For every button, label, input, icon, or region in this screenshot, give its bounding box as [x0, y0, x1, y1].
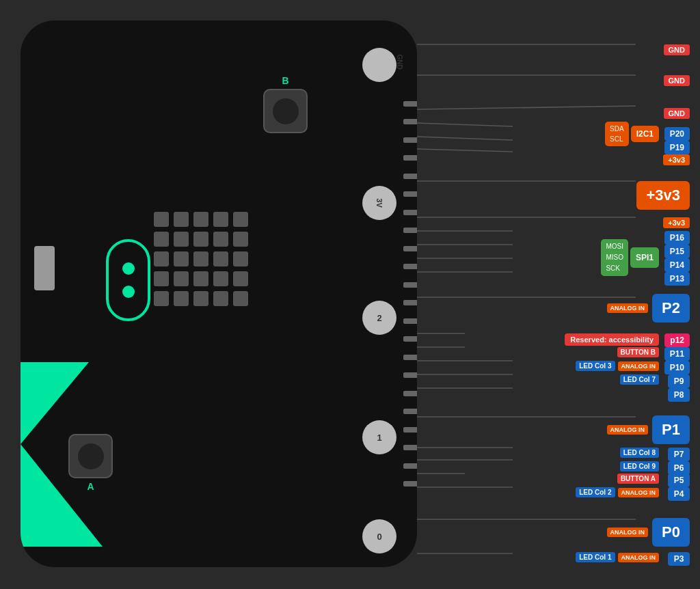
pin-row-p8: P8 — [668, 388, 690, 402]
pin-row-p9: P9 — [668, 374, 690, 388]
pin-row-p6: P6 — [668, 461, 690, 475]
i2c-group-box: SDA SCL I2C1 — [605, 122, 659, 146]
p3-badge: P3 — [668, 552, 690, 566]
p4-badge: P4 — [668, 487, 690, 501]
led-matrix — [154, 212, 248, 306]
p16-badge: P16 — [664, 231, 690, 245]
i2c1-badge: I2C1 — [631, 126, 659, 142]
button-a-badge: BUTTON A — [617, 474, 659, 484]
sda-label: SDA — [610, 124, 624, 134]
button-a-area: A — [68, 434, 113, 492]
right-labels: GND GND GND SDA SCL I2C1 P20 P19 +3v3 — [430, 20, 690, 567]
analog-in-p3: ANALOG IN — [618, 553, 660, 562]
pin-row-gnd3: GND — [664, 108, 690, 119]
pin-row-p4: P4 — [668, 487, 690, 501]
3v3-2-badge: +3v3 — [663, 217, 690, 228]
p20-badge: P20 — [664, 127, 690, 141]
3v3-1-badge: +3v3 — [663, 154, 690, 165]
p6-badge: P6 — [668, 461, 690, 475]
pin-row-gnd1: GND — [664, 44, 690, 55]
gnd3-badge: GND — [664, 108, 690, 119]
pin-row-p14: P14 — [664, 258, 690, 272]
p11-badge: P11 — [664, 347, 690, 361]
analog-in-p0: ANALOG IN — [607, 528, 649, 537]
connector-teeth — [403, 89, 417, 499]
analog-in-p10: ANALOG IN — [618, 361, 660, 371]
3v3-large-badge: +3v3 — [636, 181, 690, 210]
p15-badge: P15 — [664, 245, 690, 258]
pin-row-p3: P3 — [668, 552, 690, 566]
analog-in-p1: ANALOG IN — [607, 425, 649, 435]
pin-row-p7: P7 — [668, 448, 690, 461]
gnd1-badge: GND — [664, 44, 690, 55]
pin-row-p19: P19 — [664, 141, 690, 154]
pin-row-p0: ANALOG IN P0 — [607, 518, 690, 547]
spi-group-box: MOSI MISO SCK SPI1 — [601, 239, 659, 276]
pin-row-p12: p12 — [664, 333, 690, 347]
usb-connector — [34, 246, 55, 290]
pin-row-p5: P5 — [668, 474, 690, 487]
speaker-dot-1 — [122, 262, 135, 275]
pin-row-3v3-1: +3v3 — [663, 154, 690, 165]
button-b-area: B — [263, 75, 308, 133]
led-col2-badge: LED Col 2 — [576, 487, 615, 497]
pin-row-p10: P10 — [664, 361, 690, 374]
mosi-label: MOSI — [606, 241, 623, 252]
pin-row-p11: P11 — [664, 347, 690, 361]
led-col8-row: LED Col 8 — [620, 448, 659, 458]
pin-row-p20: P20 — [664, 127, 690, 141]
pin-row-p13: P13 — [664, 272, 690, 286]
p14-badge: P14 — [664, 258, 690, 272]
p19-badge: P19 — [664, 141, 690, 154]
analog-in-p4: ANALOG IN — [618, 488, 660, 497]
pin-row-p2: ANALOG IN P2 — [607, 294, 690, 323]
p7-badge: P7 — [668, 448, 690, 461]
pin-row-gnd2: GND — [664, 75, 690, 86]
p0-badge: P0 — [652, 518, 690, 547]
p5-badge: P5 — [668, 474, 690, 487]
sck-label: SCK — [606, 263, 623, 274]
pad-gnd-top — [362, 48, 396, 82]
scl-label: SCL — [610, 134, 624, 144]
button-b-label: B — [263, 75, 308, 86]
button-b-badge: BUTTON B — [617, 347, 659, 357]
pad-2: 2 — [362, 301, 396, 335]
led-col3-badge: LED Col 3 — [576, 361, 615, 371]
led-col9-row: LED Col 9 — [620, 461, 659, 471]
pin-row-p1: ANALOG IN P1 — [607, 415, 690, 444]
spi-badge: MOSI MISO SCK — [601, 239, 628, 276]
reserved-badge: Reserved: accessibility — [565, 333, 659, 346]
led-col1-row: LED Col 1 ANALOG IN — [576, 552, 659, 562]
miso-label: MISO — [606, 252, 623, 263]
pad-0: 0 — [362, 519, 396, 553]
p13-badge: P13 — [664, 272, 690, 286]
button-b[interactable] — [263, 89, 308, 133]
speaker — [106, 239, 150, 321]
led-col8-badge: LED Col 8 — [620, 448, 659, 458]
button-a-label: A — [68, 481, 113, 492]
led-col9-badge: LED Col 9 — [620, 461, 659, 471]
gnd-pad-text: GND — [395, 54, 403, 69]
button-a-row: BUTTON A — [617, 474, 659, 484]
p12-badge: p12 — [664, 333, 690, 347]
button-b-row: BUTTON B — [617, 347, 659, 357]
p8-badge: P8 — [668, 388, 690, 402]
led-col2-row: LED Col 2 ANALOG IN — [576, 487, 659, 497]
led-col7-badge: LED Col 7 — [620, 374, 659, 385]
reserved-row: Reserved: accessibility — [565, 333, 659, 346]
pin-row-3v3-large: +3v3 — [636, 181, 690, 210]
led-col1-badge: LED Col 1 — [576, 552, 615, 562]
analog-in-p2: ANALOG IN — [607, 303, 649, 313]
pin-row-p16: P16 — [664, 231, 690, 245]
button-a[interactable] — [68, 434, 113, 478]
led-col3-row: LED Col 3 ANALOG IN — [576, 361, 659, 371]
pin-row-3v3-2: +3v3 — [663, 217, 690, 228]
i2c-badge: SDA SCL — [605, 122, 629, 146]
gnd2-badge: GND — [664, 75, 690, 86]
pad-1: 1 — [362, 420, 396, 454]
spi1-badge: SPI1 — [630, 247, 659, 268]
p9-badge: P9 — [668, 374, 690, 388]
p1-badge: P1 — [652, 415, 690, 444]
speaker-dot-2 — [122, 286, 135, 298]
main-container: B A — [0, 0, 700, 589]
